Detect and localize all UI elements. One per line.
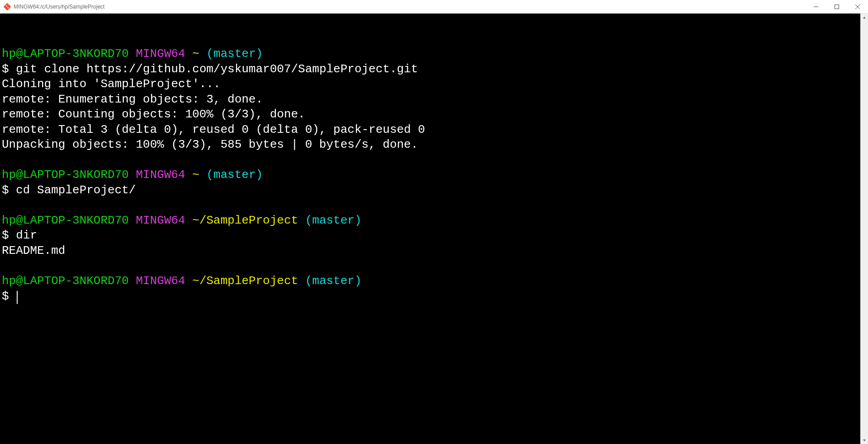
scrollbar-track[interactable] — [860, 21, 868, 436]
prompt-env: MINGW64 — [136, 274, 185, 288]
prompt-env: MINGW64 — [136, 47, 185, 61]
prompt-env: MINGW64 — [136, 168, 185, 182]
prompt-path: ~ — [192, 168, 199, 182]
command-text: git clone https://github.com/yskumar007/… — [16, 62, 418, 76]
prompt-branch: (master) — [305, 214, 362, 227]
terminal-container: hp@LAPTOP-3NKORD70 MINGW64 ~ (master) $ … — [0, 14, 868, 444]
prompt-user-host: hp@LAPTOP-3NKORD70 — [2, 274, 129, 288]
prompt-dollar: $ — [2, 229, 9, 242]
output-line: Unpacking objects: 100% (3/3), 585 bytes… — [2, 138, 418, 151]
output-line: remote: Counting objects: 100% (3/3), do… — [2, 107, 305, 121]
prompt-env: MINGW64 — [136, 214, 185, 227]
vertical-scrollbar[interactable] — [860, 14, 868, 444]
prompt-branch: (master) — [207, 47, 263, 61]
output-line: README.md — [2, 244, 65, 257]
prompt-path: ~/SampleProject — [192, 214, 298, 227]
app-window: MINGW64:/c/Users/hp/SampleProject hp@LAP… — [0, 0, 868, 444]
scroll-down-button[interactable] — [860, 436, 868, 444]
prompt-dollar: $ — [2, 290, 9, 303]
command-text: cd SampleProject/ — [16, 183, 136, 197]
prompt-path: ~ — [192, 47, 199, 61]
maximize-button[interactable] — [826, 0, 847, 13]
prompt-user-host: hp@LAPTOP-3NKORD70 — [2, 168, 129, 182]
window-controls — [806, 0, 868, 13]
prompt-branch: (master) — [305, 274, 362, 288]
chevron-up-icon — [863, 17, 866, 19]
output-line: remote: Enumerating objects: 3, done. — [2, 93, 263, 106]
prompt-path: ~/SampleProject — [192, 274, 298, 288]
close-button[interactable] — [847, 0, 868, 13]
command-text: dir — [16, 229, 37, 242]
text-cursor — [17, 291, 18, 304]
titlebar[interactable]: MINGW64:/c/Users/hp/SampleProject — [0, 0, 868, 14]
terminal-line: hp@LAPTOP-3NKORD70 MINGW64 ~ (master) $ … — [2, 47, 425, 303]
prompt-user-host: hp@LAPTOP-3NKORD70 — [2, 47, 129, 61]
output-line: remote: Total 3 (delta 0), reused 0 (del… — [2, 123, 425, 136]
prompt-user-host: hp@LAPTOP-3NKORD70 — [2, 214, 129, 227]
output-line: Cloning into 'SampleProject'... — [2, 77, 221, 91]
scroll-up-button[interactable] — [860, 14, 868, 21]
svg-rect-5 — [835, 5, 839, 9]
git-bash-icon — [4, 3, 11, 10]
prompt-branch: (master) — [207, 168, 263, 182]
minimize-button[interactable] — [806, 0, 826, 13]
chevron-down-icon — [863, 439, 866, 441]
prompt-dollar: $ — [2, 62, 9, 76]
prompt-dollar: $ — [2, 183, 9, 197]
terminal[interactable]: hp@LAPTOP-3NKORD70 MINGW64 ~ (master) $ … — [0, 14, 868, 444]
window-title: MINGW64:/c/Users/hp/SampleProject — [14, 4, 104, 10]
